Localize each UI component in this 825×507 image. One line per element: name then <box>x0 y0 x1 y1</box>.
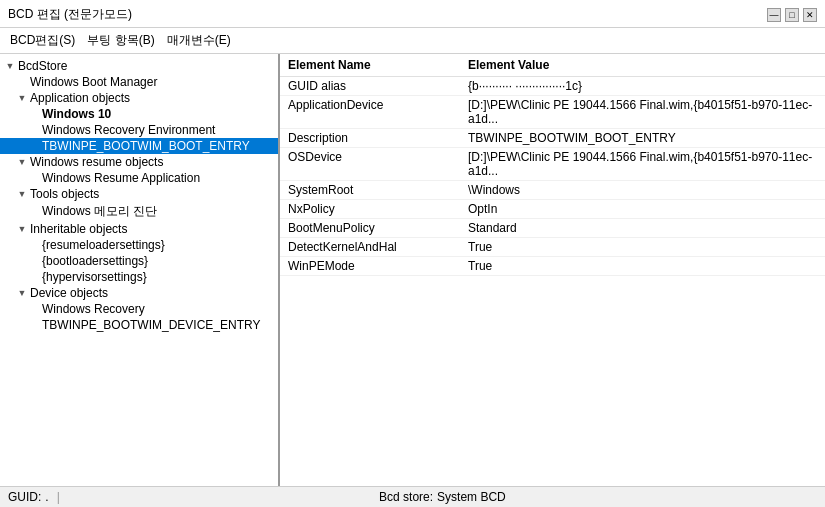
tree-label-app-objects: Application objects <box>30 91 130 105</box>
detail-panel: Element Name Element Value GUID alias{b·… <box>280 54 825 486</box>
tree-item-inheritable-objects[interactable]: ▼ Inheritable objects <box>0 221 278 237</box>
toggle-icon-winresume: ▼ <box>16 156 28 168</box>
detail-cell-name: WinPEMode <box>280 257 460 276</box>
tree-label-tools-objects: Tools objects <box>30 187 99 201</box>
tree-label-win-memory: Windows 메모리 진단 <box>42 203 157 220</box>
tree-icon-boot-manager <box>16 76 28 88</box>
tree-item-app-objects[interactable]: ▼ Application objects <box>0 90 278 106</box>
detail-row[interactable]: OSDevice[D:]\PEW\Clinic PE 19044.1566 Fi… <box>280 148 825 181</box>
tree-label-inheritable-objects: Inheritable objects <box>30 222 127 236</box>
detail-cell-value: True <box>460 238 825 257</box>
tree-label-tbwinpe: TBWINPE_BOOTWIM_BOOT_ENTRY <box>42 139 250 153</box>
store-value: System BCD <box>437 490 506 504</box>
tree-icon-win-memory <box>28 206 40 218</box>
tree-label-resumeloader: {resumeloadersettings} <box>42 238 165 252</box>
tree-icon-hypervisor <box>28 271 40 283</box>
guid-label: GUID: <box>8 490 41 504</box>
tree-label-hypervisor: {hypervisorsettings} <box>42 270 147 284</box>
tree-label-wre: Windows Recovery Environment <box>42 123 215 137</box>
tree-icon-wre <box>28 124 40 136</box>
tree-label-windows10: Windows 10 <box>42 107 111 121</box>
status-store-section: Bcd store: System BCD <box>379 490 506 504</box>
toggle-icon-inheritable: ▼ <box>16 223 28 235</box>
tree-icon-tbwinpe <box>28 140 40 152</box>
tree-item-bcdstore[interactable]: ▼ BcdStore <box>0 58 278 74</box>
tree-icon-bootloader <box>28 255 40 267</box>
tree-item-win-memory[interactable]: Windows 메모리 진단 <box>0 202 278 221</box>
toggle-icon-bcdstore: ▼ <box>4 60 16 72</box>
detail-cell-name: SystemRoot <box>280 181 460 200</box>
tree-item-resumeloader[interactable]: {resumeloadersettings} <box>0 237 278 253</box>
tree-item-wre[interactable]: Windows Recovery Environment <box>0 122 278 138</box>
status-guid-section: GUID: . <box>8 490 49 504</box>
tree-icon-win-recovery <box>28 303 40 315</box>
detail-cell-name: OSDevice <box>280 148 460 181</box>
tree-label-winresume-app: Windows Resume Application <box>42 171 200 185</box>
detail-row[interactable]: WinPEModeTrue <box>280 257 825 276</box>
window-title: BCD 편집 (전문가모드) <box>8 6 132 23</box>
tree-item-winresume-app[interactable]: Windows Resume Application <box>0 170 278 186</box>
tree-icon-windows10 <box>28 108 40 120</box>
tree-label-device-objects: Device objects <box>30 286 108 300</box>
detail-cell-value: \Windows <box>460 181 825 200</box>
tree-item-windows10[interactable]: Windows 10 <box>0 106 278 122</box>
status-separator: | <box>57 490 60 504</box>
detail-cell-value: Standard <box>460 219 825 238</box>
tree-item-winresume-objects[interactable]: ▼ Windows resume objects <box>0 154 278 170</box>
detail-cell-name: NxPolicy <box>280 200 460 219</box>
detail-cell-name: DetectKernelAndHal <box>280 238 460 257</box>
detail-row[interactable]: DescriptionTBWINPE_BOOTWIM_BOOT_ENTRY <box>280 129 825 148</box>
detail-cell-value: True <box>460 257 825 276</box>
toggle-icon-device: ▼ <box>16 287 28 299</box>
detail-cell-name: Description <box>280 129 460 148</box>
tree-item-tools-objects[interactable]: ▼ Tools objects <box>0 186 278 202</box>
store-label: Bcd store: <box>379 490 433 504</box>
detail-cell-name: BootMenuPolicy <box>280 219 460 238</box>
detail-cell-value: {b·········· ···············1c} <box>460 77 825 96</box>
tree-label-bootloader: {bootloadersettings} <box>42 254 148 268</box>
tree-item-tbwinpe[interactable]: TBWINPE_BOOTWIM_BOOT_ENTRY <box>0 138 278 154</box>
detail-row[interactable]: DetectKernelAndHalTrue <box>280 238 825 257</box>
detail-row[interactable]: SystemRoot\Windows <box>280 181 825 200</box>
tree-icon-tbwinpe-device <box>28 319 40 331</box>
main-content: ▼ BcdStore Windows Boot Manager ▼ Applic… <box>0 54 825 486</box>
detail-cell-name: GUID alias <box>280 77 460 96</box>
title-bar: BCD 편집 (전문가모드) — □ ✕ <box>0 0 825 28</box>
detail-cell-name: ApplicationDevice <box>280 96 460 129</box>
tree-label-win-recovery: Windows Recovery <box>42 302 145 316</box>
tree-panel: ▼ BcdStore Windows Boot Manager ▼ Applic… <box>0 54 280 486</box>
col-header-value: Element Value <box>460 54 825 77</box>
detail-table: Element Name Element Value GUID alias{b·… <box>280 54 825 276</box>
close-button[interactable]: ✕ <box>803 8 817 22</box>
detail-row[interactable]: NxPolicyOptIn <box>280 200 825 219</box>
toggle-icon-app-objects: ▼ <box>16 92 28 104</box>
window-controls: — □ ✕ <box>767 8 817 22</box>
tree-label-winresume-objects: Windows resume objects <box>30 155 163 169</box>
maximize-button[interactable]: □ <box>785 8 799 22</box>
tree-label-tbwinpe-device: TBWINPE_BOOTWIM_DEVICE_ENTRY <box>42 318 260 332</box>
toggle-icon-tools: ▼ <box>16 188 28 200</box>
tree-label-boot-manager: Windows Boot Manager <box>30 75 157 89</box>
tree-item-win-recovery[interactable]: Windows Recovery <box>0 301 278 317</box>
tree-item-boot-manager[interactable]: Windows Boot Manager <box>0 74 278 90</box>
detail-row[interactable]: BootMenuPolicyStandard <box>280 219 825 238</box>
detail-cell-value: TBWINPE_BOOTWIM_BOOT_ENTRY <box>460 129 825 148</box>
menu-parameters[interactable]: 매개변수(E) <box>161 30 237 51</box>
tree-item-device-objects[interactable]: ▼ Device objects <box>0 285 278 301</box>
col-header-name: Element Name <box>280 54 460 77</box>
detail-row[interactable]: ApplicationDevice[D:]\PEW\Clinic PE 1904… <box>280 96 825 129</box>
detail-cell-value: [D:]\PEW\Clinic PE 19044.1566 Final.wim,… <box>460 148 825 181</box>
tree-icon-winresume-app <box>28 172 40 184</box>
tree-item-tbwinpe-device[interactable]: TBWINPE_BOOTWIM_DEVICE_ENTRY <box>0 317 278 333</box>
tree-icon-resumeloader <box>28 239 40 251</box>
menu-boot-items[interactable]: 부팅 항목(B) <box>81 30 160 51</box>
tree-label-bcdstore: BcdStore <box>18 59 67 73</box>
minimize-button[interactable]: — <box>767 8 781 22</box>
detail-row[interactable]: GUID alias{b·········· ···············1c… <box>280 77 825 96</box>
tree-item-hypervisor[interactable]: {hypervisorsettings} <box>0 269 278 285</box>
detail-cell-value: OptIn <box>460 200 825 219</box>
menu-bcd-edit[interactable]: BCD편집(S) <box>4 30 81 51</box>
tree-item-bootloader[interactable]: {bootloadersettings} <box>0 253 278 269</box>
status-bar: GUID: . | Bcd store: System BCD <box>0 486 825 507</box>
detail-cell-value: [D:]\PEW\Clinic PE 19044.1566 Final.wim,… <box>460 96 825 129</box>
